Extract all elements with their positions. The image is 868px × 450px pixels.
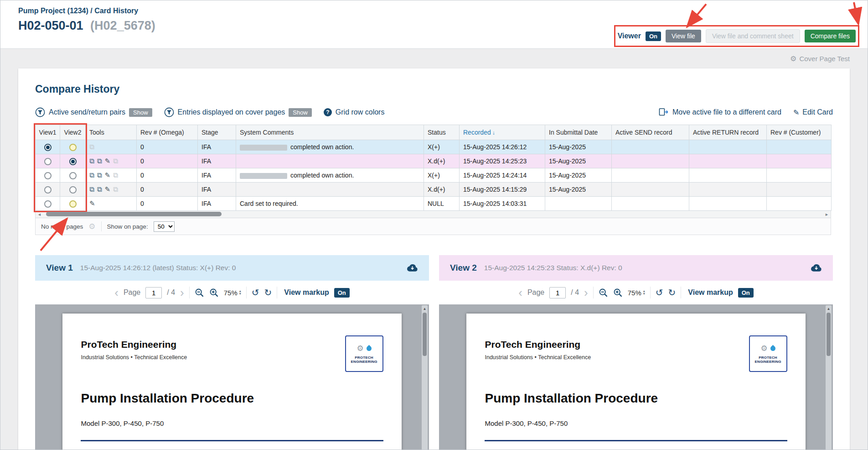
edit-icon[interactable]: ✎ [89, 199, 95, 207]
filter-row: Active send/return pairs Show Entries di… [35, 107, 833, 117]
edit-icon[interactable]: ✎ [104, 171, 110, 179]
prev-page-icon[interactable]: ‹ [518, 288, 522, 297]
stepper-icon[interactable]: ▴▾ [643, 290, 645, 295]
document-models: Model P-300, P-450, P-750 [81, 419, 383, 427]
scroll-up-icon[interactable]: ▲ [422, 305, 428, 311]
copy-alt-icon[interactable]: ⧉ [97, 171, 102, 179]
filter-label: Active send/return pairs [49, 108, 125, 116]
gear-icon[interactable]: ⚙ [88, 222, 95, 231]
next-page-icon[interactable]: › [584, 288, 588, 297]
column-header-in-submittal-date[interactable]: In Submittal Date [545, 125, 612, 140]
copy-icon[interactable]: ⧉ [89, 157, 94, 165]
scroll-up-icon[interactable]: ▲ [826, 305, 832, 311]
copy-alt-icon[interactable]: ⧉ [97, 157, 102, 165]
divider [277, 287, 277, 298]
edit-icon[interactable]: ✎ [104, 185, 110, 193]
column-header-recorded[interactable]: Recorded↓ [460, 125, 545, 140]
view1-radio[interactable] [44, 172, 52, 179]
column-header-tools[interactable]: Tools [86, 125, 137, 140]
view-file-button[interactable]: View file [666, 30, 701, 42]
show-button[interactable]: Show [129, 108, 152, 117]
document-page: ProTech Engineering Industrial Solutions… [62, 314, 401, 450]
copy-icon: ⧉ [113, 185, 118, 193]
document-scrollbar[interactable]: ▲ [826, 305, 832, 450]
view-markup-toggle[interactable]: On [334, 288, 350, 298]
help-icon[interactable]: ? [324, 108, 332, 116]
column-header-view2[interactable]: View2 [60, 125, 86, 140]
show-button[interactable]: Show [289, 108, 312, 117]
view1-radio[interactable] [44, 200, 52, 208]
rotate-left-icon[interactable]: ↺ [252, 287, 259, 298]
rotate-left-icon[interactable]: ↺ [656, 287, 663, 298]
rotate-right-icon[interactable]: ↻ [264, 287, 272, 298]
scrollbar-thumb[interactable] [46, 212, 222, 216]
scrollbar-thumb[interactable] [827, 313, 831, 356]
tools-cell: ⧉⧉✎⧉ [86, 183, 137, 197]
view2-radio[interactable] [69, 144, 77, 151]
column-header-status[interactable]: Status [424, 125, 460, 140]
status-cell: X.d(+) [424, 183, 460, 197]
scrollbar-thumb[interactable] [423, 313, 427, 356]
no-more-pages-label: No more pages [41, 223, 83, 230]
zoom-out-icon[interactable] [599, 288, 608, 298]
edit-icon[interactable]: ✎ [104, 157, 110, 165]
zoom-in-icon[interactable] [613, 288, 623, 298]
page-size-select[interactable]: 50 [154, 221, 175, 232]
rev-cell: 0 [137, 183, 198, 197]
copy-icon[interactable]: ⧉ [89, 185, 94, 193]
scrollbar-track[interactable] [43, 211, 823, 218]
copy-icon[interactable]: ⧉ [89, 171, 94, 179]
return-cell [689, 183, 767, 197]
in-submittal-cell: 15-Aug-2025 [545, 168, 612, 183]
grid-row-colors[interactable]: ? Grid row colors [324, 108, 385, 116]
move-active-file-link[interactable]: Move active file to a different card [658, 108, 781, 117]
view2-radio[interactable] [69, 172, 77, 179]
rotate-right-icon[interactable]: ↻ [668, 287, 676, 298]
column-header-rev-customer-[interactable]: Rev # (Customer) [767, 125, 832, 140]
view1-radio[interactable] [44, 186, 52, 194]
zoom-out-icon[interactable] [195, 288, 204, 298]
scroll-right-icon[interactable]: ► [823, 212, 831, 217]
view2-radio[interactable] [69, 158, 77, 165]
edit-card-link[interactable]: ✎ Edit Card [793, 108, 833, 117]
download-icon[interactable] [811, 264, 822, 272]
view2-meta: 15-Aug-2025 14:25:23 Status: X.d(+) Rev:… [484, 264, 622, 272]
in-submittal-cell: 15-Aug-2025 [545, 183, 612, 197]
page-input[interactable] [549, 287, 566, 298]
column-header-system-comments[interactable]: System Comments [236, 125, 424, 140]
viewer-on-toggle[interactable]: On [646, 31, 661, 41]
copy-alt-icon[interactable]: ⧉ [97, 185, 102, 193]
column-header-rev-omega-[interactable]: Rev # (Omega) [137, 125, 198, 140]
column-header-active-send-record[interactable]: Active SEND record [612, 125, 689, 140]
zoom-level-select[interactable]: 75% ▴▾ [628, 289, 645, 297]
page-input[interactable] [145, 287, 162, 298]
table-horizontal-scrollbar[interactable]: ◄ ► [35, 211, 831, 218]
view1-header: View 1 15-Aug-2025 14:26:12 (latest) Sta… [35, 255, 429, 281]
view-markup-toggle[interactable]: On [738, 288, 754, 298]
prev-page-icon[interactable]: ‹ [114, 288, 119, 297]
zoom-level-select[interactable]: 75% ▴▾ [224, 289, 241, 297]
comment-cell [236, 154, 424, 168]
column-header-active-return-record[interactable]: Active RETURN record [689, 125, 767, 140]
column-header-stage[interactable]: Stage [198, 125, 236, 140]
download-icon[interactable] [407, 264, 418, 272]
view1-radio-cell [36, 183, 60, 197]
breadcrumb[interactable]: Pump Project (1234) / Card History [18, 7, 868, 15]
company-logo: ⚙ PROTECH ENGINEERING [345, 335, 383, 372]
sort-desc-icon: ↓ [492, 130, 495, 136]
copy-icon: ⧉ [89, 143, 94, 151]
send-cell [612, 168, 689, 183]
next-page-icon[interactable]: › [180, 288, 184, 297]
compare-files-button[interactable]: Compare files [805, 30, 856, 42]
scroll-left-icon[interactable]: ◄ [36, 212, 43, 217]
view2-radio[interactable] [69, 200, 77, 208]
view1-toolbar: ‹ Page / 4 › 75% ▴▾ [35, 281, 429, 304]
view1-radio[interactable] [44, 158, 52, 165]
stepper-icon[interactable]: ▴▾ [239, 290, 241, 295]
view1-radio[interactable] [44, 144, 52, 151]
view2-radio[interactable] [69, 186, 77, 194]
cover-page-test-label[interactable]: Cover Page Test [799, 55, 850, 63]
zoom-in-icon[interactable] [209, 288, 219, 298]
document-scrollbar[interactable]: ▲ [422, 305, 428, 450]
column-header-view1[interactable]: View1 [36, 125, 60, 140]
